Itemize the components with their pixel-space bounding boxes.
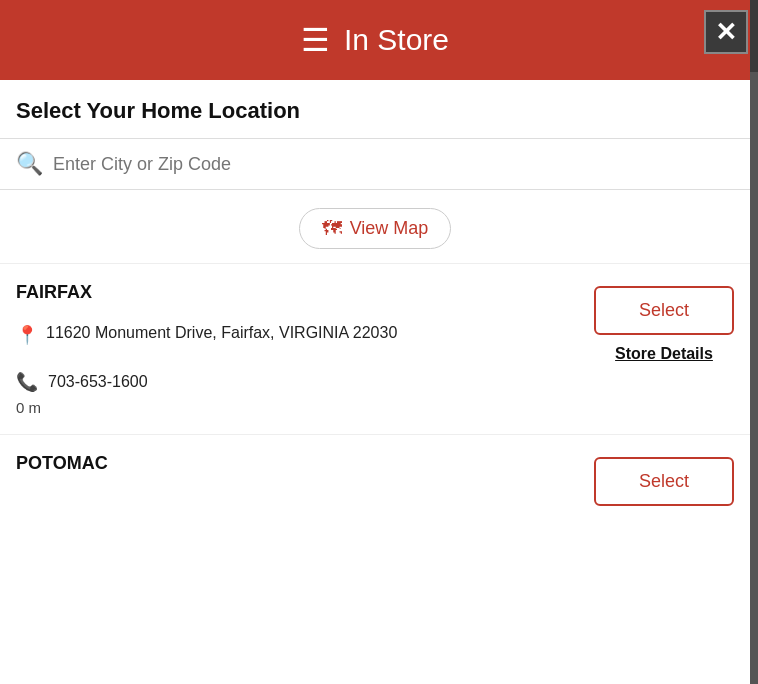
potomac-actions: Select <box>594 453 734 506</box>
fairfax-phone-row: 📞 703-653-1600 <box>16 371 578 393</box>
location-card-potomac: POTOMAC Select <box>0 435 750 518</box>
close-button[interactable]: ✕ <box>704 10 748 54</box>
pin-icon-fairfax: 📍 <box>16 324 38 346</box>
instore-icon: ☰ <box>301 21 330 59</box>
location-name-fairfax: FAIRFAX <box>16 282 578 303</box>
close-icon: ✕ <box>715 19 737 45</box>
select-button-potomac[interactable]: Select <box>594 457 734 506</box>
modal: ✕ ☰ In Store Select Your Home Location 🔍… <box>0 0 750 684</box>
fairfax-phone: 703-653-1600 <box>48 373 148 391</box>
search-bar: 🔍 <box>0 139 750 190</box>
fairfax-actions: Select Store Details <box>594 282 734 363</box>
modal-header: ☰ In Store <box>0 0 750 80</box>
modal-body: Select Your Home Location 🔍 🗺 View Map F… <box>0 80 750 684</box>
fairfax-address: 11620 Monument Drive, Fairfax, VIRGINIA … <box>46 324 397 342</box>
location-card-fairfax: FAIRFAX Select Store Details 📍 11620 Mon… <box>0 264 750 435</box>
location-name-potomac: POTOMAC <box>16 453 578 474</box>
fairfax-distance: 0 m <box>16 399 578 416</box>
fairfax-address-row: 📍 11620 Monument Drive, Fairfax, VIRGINI… <box>16 324 578 363</box>
store-details-link-fairfax[interactable]: Store Details <box>615 345 713 363</box>
view-map-label: View Map <box>350 218 429 239</box>
section-heading: Select Your Home Location <box>0 80 750 139</box>
select-button-fairfax[interactable]: Select <box>594 286 734 335</box>
search-input[interactable] <box>53 154 734 175</box>
view-map-button[interactable]: 🗺 View Map <box>299 208 452 249</box>
view-map-row: 🗺 View Map <box>0 190 750 264</box>
modal-title: In Store <box>344 23 449 57</box>
map-icon: 🗺 <box>322 217 342 240</box>
phone-icon-fairfax: 📞 <box>16 371 38 393</box>
search-icon: 🔍 <box>16 151 43 177</box>
